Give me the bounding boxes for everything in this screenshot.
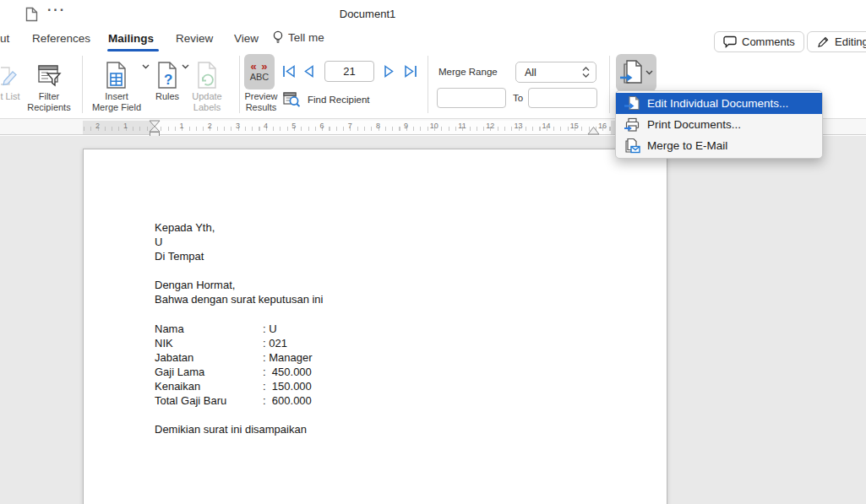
ruler-number: 1	[176, 122, 188, 130]
letter-line: Di Tempat	[155, 249, 215, 263]
merge-range-to-label: To	[513, 93, 523, 103]
merge-range-label: Merge Range	[438, 67, 498, 77]
tab-mailings[interactable]: Mailings	[108, 32, 154, 45]
find-recipient-icon	[282, 90, 302, 108]
tab-layout-partial[interactable]: ut	[0, 32, 9, 45]
ruler-number: 9	[400, 122, 412, 130]
insert-merge-field-icon	[86, 54, 147, 89]
ruler-number: 5	[288, 122, 300, 130]
finish-and-merge-icon	[619, 58, 643, 87]
document-title: Document1	[0, 8, 735, 20]
field-row: Nama: U	[155, 322, 313, 336]
ruler-number: 15	[569, 122, 580, 130]
chevron-down-icon	[645, 70, 653, 75]
ruler-number: 8	[372, 122, 384, 130]
first-record-button[interactable]	[282, 64, 297, 79]
tell-me-button[interactable]: Tell me	[272, 30, 324, 45]
filter-recipients-button[interactable]: Filter Recipients	[15, 54, 83, 113]
merge-range-select[interactable]: All	[515, 62, 596, 83]
field-row: Gaji Lama: 450.000	[155, 365, 313, 379]
menu-item-merge-to-email[interactable]: Merge to E-Mail	[616, 135, 822, 156]
field-row: Kenaikan: 150.000	[155, 379, 313, 393]
document-canvas: Kepada Yth, U Di Tempat Dengan Hormat, B…	[0, 136, 866, 504]
letter-fields-block: Nama: U NIK: 021 Jabatan: Manager Gaji L…	[155, 322, 313, 408]
field-row: NIK: 021	[155, 336, 313, 350]
ruler-number: 7	[344, 122, 356, 130]
menu-item-edit-individual-documents[interactable]: Edit Individual Documents...	[616, 93, 822, 114]
merge-range-to-input[interactable]	[528, 88, 597, 108]
merge-range-from-input[interactable]	[437, 88, 506, 108]
ribbon-separator	[239, 56, 240, 113]
field-row: Total Gaji Baru: 600.000	[155, 393, 313, 408]
letter-line: U	[155, 235, 215, 249]
letter-address-block: Kepada Yth, U Di Tempat	[155, 220, 215, 263]
letter-line: Bahwa dengan surat keputusan ini	[155, 292, 323, 306]
editing-button[interactable]: Editing	[807, 31, 866, 52]
lightbulb-icon	[272, 30, 284, 45]
ruler-number: 13	[512, 122, 524, 130]
rules-button[interactable]: ? Rules	[150, 54, 184, 102]
finish-and-merge-menu: Edit Individual Documents... Print Docum…	[615, 90, 823, 159]
letter-line: Dengan Hormat,	[155, 278, 323, 292]
rules-icon: ?	[150, 54, 184, 89]
ribbon-separator	[428, 56, 428, 113]
filter-recipients-icon	[15, 54, 83, 89]
ruler-number: 11	[456, 122, 468, 130]
title-bar: ··· Document1	[0, 0, 866, 27]
document-page[interactable]: Kepada Yth, U Di Tempat Dengan Hormat, B…	[83, 149, 667, 504]
ruler-number: 4	[260, 122, 272, 130]
find-recipient-button[interactable]: Find Recipient	[282, 90, 370, 108]
tab-review[interactable]: Review	[176, 32, 213, 45]
comment-bubble-icon	[723, 35, 737, 48]
stepper-icon	[581, 66, 591, 79]
ruler-number: 12	[484, 122, 496, 130]
merge-to-email-icon	[624, 138, 640, 154]
ruler-number: 3	[231, 122, 243, 130]
letter-line: Kepada Yth,	[155, 220, 215, 235]
letter-salutation-block: Dengan Hormat, Bahwa dengan surat keputu…	[155, 278, 323, 306]
comments-button[interactable]: Comments	[714, 31, 804, 52]
finish-and-merge-button[interactable]	[616, 54, 656, 91]
previous-record-button[interactable]	[302, 64, 315, 79]
tab-references[interactable]: References	[32, 32, 90, 45]
print-documents-icon	[624, 117, 640, 133]
update-labels-button: Update Labels	[188, 54, 226, 113]
ribbon-tab-bar: ut References Mailings Review View Tell …	[0, 27, 866, 52]
record-number-input[interactable]	[324, 61, 374, 82]
ruler-number: 14	[541, 122, 553, 130]
ruler-number: 1	[120, 122, 132, 130]
svg-text:?: ?	[164, 72, 172, 88]
menu-item-print-documents[interactable]: Print Documents...	[616, 114, 822, 135]
insert-merge-field-button[interactable]: Insert Merge Field	[86, 54, 147, 113]
tab-view[interactable]: View	[234, 32, 259, 45]
word-window: ··· Document1 ut References Mailings Rev…	[0, 0, 866, 504]
right-indent-marker[interactable]	[587, 126, 600, 135]
edit-individual-documents-icon	[624, 95, 640, 111]
pencil-icon	[816, 35, 830, 49]
preview-results-button[interactable]: « » ABC Preview Results	[244, 54, 278, 113]
field-row: Jabatan: Manager	[155, 350, 313, 365]
ruler-number: 6	[316, 122, 328, 130]
ruler-number: 10	[428, 122, 440, 130]
update-labels-icon	[188, 54, 226, 89]
preview-results-icon: « » ABC	[244, 54, 275, 89]
letter-closing-line: Demikian surat ini disampaikan	[155, 422, 307, 436]
ruler-number: 2	[204, 122, 215, 130]
active-tab-underline	[107, 49, 159, 51]
last-record-button[interactable]	[403, 64, 417, 79]
ruler-number: 2	[91, 122, 103, 130]
chevron-down-icon	[142, 64, 150, 69]
ribbon-separator	[609, 56, 610, 113]
ribbon-separator	[82, 56, 83, 113]
next-record-button[interactable]	[383, 64, 395, 79]
